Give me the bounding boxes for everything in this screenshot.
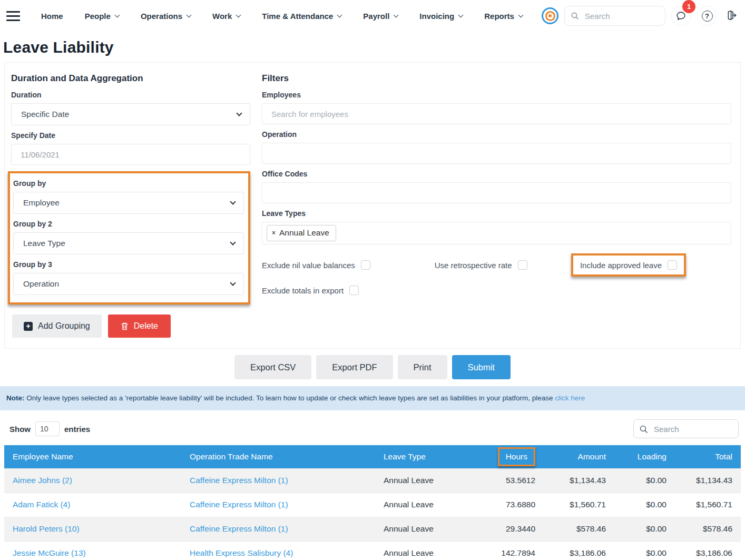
leave-type-cell: Annual Leave [375, 468, 475, 493]
leave-liability-table: Employee Name Operation Trade Name Leave… [4, 445, 741, 560]
entries-count-input[interactable] [35, 421, 60, 436]
table-search-input[interactable] [653, 424, 721, 434]
group-by-3-select[interactable]: Operation [13, 273, 244, 295]
employee-link[interactable]: Adam Fatick (4) [13, 500, 70, 509]
loading-cell: $0.00 [614, 541, 675, 560]
chevron-down-icon [230, 239, 236, 245]
loading-cell: $0.00 [614, 517, 675, 541]
checkbox-row-1: Exclude nil value balances Use retrospec… [262, 253, 731, 277]
remove-chip-icon[interactable]: × [272, 229, 276, 237]
submit-button[interactable]: Submit [452, 355, 511, 379]
column-header-loading[interactable]: Loading [614, 445, 675, 468]
specify-date-input[interactable] [11, 144, 250, 165]
messages-button[interactable]: 1 [671, 6, 691, 26]
chevron-down-icon [337, 12, 342, 17]
office-codes-label: Office Codes [262, 170, 731, 178]
grouping-highlight-box: Group by Employee Group by 2 Leave Type … [8, 171, 250, 304]
hours-highlight-box: Hours [498, 447, 535, 466]
delete-grouping-button[interactable]: Delete [108, 315, 171, 338]
employee-link[interactable]: Aimee Johns (2) [13, 476, 72, 485]
leave-type-cell: Annual Leave [375, 541, 475, 560]
notification-badge: 1 [682, 0, 695, 13]
amount-cell: $578.46 [544, 517, 614, 541]
nav-item-reports[interactable]: Reports [484, 12, 523, 21]
note-prefix: Note: [6, 394, 25, 402]
column-header-amount[interactable]: Amount [544, 445, 614, 468]
duration-select[interactable]: Specific Date [11, 103, 250, 125]
group-by-label: Group by [13, 179, 244, 188]
filters-section: Filters Employees Operation Office Codes… [250, 70, 740, 345]
operation-link[interactable]: Caffeine Express Milton (1) [190, 524, 288, 533]
hours-cell: 73.6880 [475, 493, 544, 517]
add-grouping-button[interactable]: + Add Grouping [12, 315, 102, 338]
export-pdf-button[interactable]: Export PDF [316, 355, 393, 379]
amount-cell: $1,560.71 [544, 493, 614, 517]
table-row: Jessie McGuire (13) Health Express Salis… [4, 541, 741, 560]
column-header-operation-trade-name[interactable]: Operation Trade Name [181, 445, 375, 468]
nav-item-operations[interactable]: Operations [141, 12, 191, 21]
nav-item-work[interactable]: Work [212, 12, 240, 21]
group-by-2-select-value: Leave Type [23, 239, 65, 248]
operation-link[interactable]: Health Express Salisbury (4) [190, 548, 293, 557]
column-header-hours[interactable]: Hours [475, 445, 544, 468]
global-search [564, 6, 665, 26]
amount-cell: $3,186.06 [544, 541, 614, 560]
column-header-total[interactable]: Total [675, 445, 741, 468]
duration-label: Duration [11, 91, 250, 99]
nav-item-payroll[interactable]: Payroll [363, 12, 398, 21]
global-search-input[interactable] [584, 11, 647, 21]
print-button[interactable]: Print [398, 355, 447, 379]
chevron-down-icon [236, 12, 241, 17]
note-click-here-link[interactable]: click here [555, 394, 585, 402]
export-csv-button[interactable]: Export CSV [234, 355, 311, 379]
operation-input[interactable] [262, 143, 731, 164]
table-header-row: Employee Name Operation Trade Name Leave… [4, 445, 741, 468]
operation-link[interactable]: Caffeine Express Milton (1) [190, 500, 288, 509]
use-retrospective-rate-checkbox[interactable] [518, 260, 527, 270]
duration-select-value: Specific Date [21, 110, 69, 119]
leave-type-cell: Annual Leave [375, 517, 475, 541]
leave-types-input[interactable]: × Annual Leave [262, 222, 731, 244]
operation-link[interactable]: Caffeine Express Milton (1) [190, 476, 288, 485]
chevron-down-icon [230, 199, 236, 204]
include-approved-leave-checkbox[interactable] [668, 260, 677, 270]
chevron-down-icon [114, 12, 120, 17]
group-by-3-select-value: Operation [23, 279, 59, 289]
logout-door-icon [724, 9, 737, 21]
note-text: Only leave types selected as a 'reportab… [25, 394, 555, 402]
grouping-buttons: + Add Grouping Delete [12, 315, 250, 338]
help-button[interactable]: ? [697, 6, 717, 26]
group-by-2-select[interactable]: Leave Type [13, 232, 244, 254]
search-icon [639, 425, 648, 434]
column-header-employee-name[interactable]: Employee Name [4, 445, 181, 468]
hours-cell: 53.5612 [475, 468, 544, 493]
use-retrospective-rate-option: Use retrospective rate [435, 260, 527, 270]
total-cell: $1,560.71 [675, 493, 741, 517]
nav-item-invoicing[interactable]: Invoicing [419, 12, 463, 21]
aggregation-heading: Duration and Data Aggregation [11, 73, 250, 84]
total-cell: $578.46 [675, 517, 741, 541]
exclude-nil-value-balances-checkbox[interactable] [361, 260, 370, 270]
column-header-leave-type[interactable]: Leave Type [375, 445, 475, 468]
employee-link[interactable]: Jessie McGuire (13) [13, 548, 86, 557]
table-search [633, 419, 739, 438]
page-title: Leave Liability [0, 38, 745, 56]
nav-item-home[interactable]: Home [41, 12, 63, 21]
nav-right-group: 1 ? [542, 6, 738, 26]
logout-button[interactable] [723, 8, 738, 24]
nav-item-time-attendance[interactable]: Time & Attendance [262, 12, 341, 21]
group-by-select[interactable]: Employee [13, 192, 244, 214]
employees-search-input[interactable] [262, 103, 731, 124]
group-by-select-value: Employee [23, 198, 60, 208]
specify-date-label: Specify Date [11, 131, 250, 140]
nav-item-people[interactable]: People [85, 12, 119, 21]
menu-icon[interactable] [6, 11, 20, 21]
office-codes-input[interactable] [262, 182, 731, 203]
employee-link[interactable]: Harold Peters (10) [13, 524, 80, 533]
show-entries-control: Show entries [9, 421, 90, 436]
exclude-totals-in-export-option: Exclude totals in export [262, 286, 359, 295]
leave-type-chip: × Annual Leave [267, 225, 336, 241]
loading-cell: $0.00 [614, 468, 675, 493]
exclude-totals-in-export-checkbox[interactable] [349, 286, 359, 295]
chevron-down-icon [518, 12, 523, 17]
